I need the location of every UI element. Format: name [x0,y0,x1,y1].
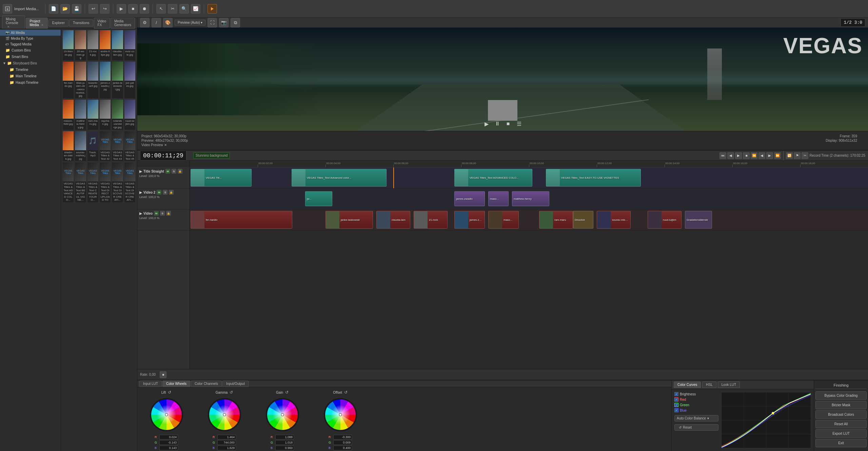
media-item[interactable]: VEGASTitlesVEGAS Titles & Text ADVANCED … [62,162,74,203]
stop-btn-toolbar[interactable]: ■ [128,4,138,14]
media-item[interactable]: ruud-luijten.jpg [124,99,136,130]
timeline-skip-fwd[interactable]: ⏩ [774,152,781,159]
media-item[interactable]: VEGASTitlesVEGAS Titles & Text BEAUTIFUL… [75,162,86,203]
preview-pause-btn[interactable]: ⏸ [493,119,502,128]
preview-stop-btn[interactable]: ■ [504,119,513,128]
video-preview-label[interactable]: Video Preview ✕ [141,143,167,147]
check-brightness[interactable]: ✓ Brightness [674,392,718,396]
tab-mixing-console[interactable]: Mixing Console ✕ [2,16,25,30]
media-item[interactable]: raychan.jpg [99,99,111,130]
wheel-input-g-gamma[interactable] [217,440,236,445]
record-btn[interactable]: ⏺ [140,4,149,14]
media-item[interactable]: janke-laskowski.jpg [112,61,123,99]
wheel-input-r-lift[interactable] [159,435,178,439]
tab-color-curves[interactable]: Color Curves [674,381,701,388]
preview-settings-btn[interactable]: ⚙ [140,18,150,27]
clip-v-8[interactable]: sourav-mishra [597,211,631,229]
bypass-color-grading-btn[interactable]: Bypass Color Grading [815,391,867,400]
media-item[interactable]: VEGASTitlesVEGAS Titles & Text 43 [112,131,123,162]
timeline-stop[interactable]: ■ [743,152,750,159]
media-item[interactable]: claudia-lam.jpg [112,30,123,61]
preview-quality-dropdown[interactable]: Preview (Auto) ▾ [175,20,205,25]
play-btn-toolbar[interactable]: ▶ [117,4,126,14]
auto-color-balance-btn[interactable]: Auto Color Balance ▾ [674,415,718,421]
wheel-input-b-lift[interactable] [159,446,178,450]
open-btn[interactable]: 📂 [60,4,70,14]
media-item[interactable]: sourav-mishra.jpg [75,131,86,162]
tab-look-lut[interactable]: Look LUT [718,381,740,388]
reset-curves-btn[interactable]: ↺ Reset [674,424,718,431]
clip-v2-3[interactable]: maso... [488,191,509,206]
track-2-expand-icon[interactable]: ▶ [139,191,142,194]
media-item[interactable]: james-zwadlo.jpg [99,61,111,99]
timeline-tracks-area[interactable]: 00:00:02;0000:00:04;0000:00:06;0000:00:0… [190,161,868,369]
wheel-input-g-offset[interactable] [333,440,352,445]
preview-snap-btn[interactable]: 📷 [219,18,229,27]
timeline-loop[interactable]: 🔁 [786,152,793,159]
clip-v-dissolve[interactable]: Dissolve [573,211,593,229]
reset-all-btn[interactable]: Reset All [815,420,867,428]
clip-v-5[interactable]: james-zwadlo [454,211,485,229]
clip-v-1[interactable]: fer-nando [191,211,292,229]
zoom-tool[interactable]: 🔍 [179,4,189,14]
tab-color-channels[interactable]: Color Channels [191,380,222,387]
timeline-arrow-start[interactable]: ⏮ [719,152,726,159]
clip-v2-4[interactable]: matthew-henry [512,191,549,206]
track-3-mute-btn[interactable]: M [154,211,159,216]
bezier-mask-btn[interactable]: Bézier Mask [815,401,867,409]
tab-project-media[interactable]: Project Media ✕ [26,18,47,28]
export-lut-btn[interactable]: Export LUT [815,429,867,438]
envelope-tool[interactable]: 📈 [191,4,200,14]
media-item[interactable]: 21-rock.jpg [87,30,99,61]
undo-btn[interactable]: ↩ [88,4,98,14]
media-item[interactable]: matthew-henry.jpg [75,99,86,130]
checkbox-green[interactable]: ✓ [674,403,678,407]
curves-graph[interactable] [721,392,811,448]
exit-btn[interactable]: Exit [815,439,867,447]
check-blue[interactable]: ✓ Blue [674,408,718,412]
wheel-reset-btn-offset[interactable]: ↺ [344,390,348,395]
tab-hsl[interactable]: HSL [702,381,716,388]
clip-v-gradation[interactable]: Gradationsblende [685,211,712,229]
track-1-expand-icon[interactable]: ▶ [139,170,142,173]
tree-custom-bins[interactable]: 📁 Custom Bins [0,47,61,54]
media-item[interactable]: 19-friends.jpg [62,30,74,61]
tree-media-by-type[interactable]: 🎬 Media By Type [0,36,61,41]
tree-all-media[interactable]: 📷 All Media [0,30,61,36]
new-project-btn[interactable]: 📄 [49,4,58,14]
save-btn[interactable]: 💾 [72,4,81,14]
track-1-solo-btn[interactable]: S [172,169,176,174]
wheel-input-b-gain[interactable] [275,446,294,450]
media-item[interactable]: VEGASTitlesVEGAS Titles & Text DISCOVER … [112,162,123,203]
track-1-mute-btn[interactable]: M [165,169,170,174]
timeline-next-frame[interactable]: ▶ [766,152,773,159]
wheel-reset-btn-gain[interactable]: ↺ [285,390,289,395]
checkbox-brightness[interactable]: ✓ [674,392,678,396]
check-red[interactable]: ✓ Red [674,397,718,401]
media-item[interactable]: joe-yates.jpg [124,61,136,99]
media-item[interactable]: VEGASTitlesVEGAS Titles & Text DISCOVER … [124,162,136,203]
tab-input-lut[interactable]: Input LUT [139,380,162,387]
tree-smart-bins[interactable]: 📁 Smart Bins [0,54,61,60]
clip-v2-1[interactable]: jw... [305,191,332,206]
clip-title-3[interactable]: VEGAS Titles_Text ADVANCED COLO... [454,169,532,187]
preview-play-btn[interactable]: ▶ [482,119,491,128]
track-2-mute-btn[interactable]: M [157,190,161,195]
track-3-lock-btn[interactable]: 🔒 [166,211,171,216]
media-item[interactable]: 🎵Track.mp3 [87,131,99,162]
clip-v-9[interactable]: ruud-luijten [648,211,682,229]
tab-explorer[interactable]: Explorer [48,19,68,26]
timeline-play-reverse[interactable]: ◀ [727,152,734,159]
wheel-input-b-gamma[interactable] [217,446,236,450]
media-item[interactable]: VEGASTitlesVEGAS Titles & Text 45 [124,131,136,162]
cut-tool[interactable]: ✂ [168,4,177,14]
media-item[interactable]: fer-nando.jpg [62,61,74,99]
media-item[interactable]: VEGASTitlesVEGAS Titles & Text DIRECT UP… [99,162,111,203]
preview-full-btn[interactable]: ⛶ [208,18,217,27]
preview-split-btn[interactable]: / [152,18,161,27]
checkbox-blue[interactable]: ✓ [674,408,678,412]
rate-ctrl-btn[interactable]: ■ [160,371,166,378]
preview-color-btn[interactable]: 🎨 [163,18,173,27]
tree-tagged-media[interactable]: 🏷 Tagged Media [0,41,61,47]
wheel-input-b-offset[interactable] [333,446,352,450]
